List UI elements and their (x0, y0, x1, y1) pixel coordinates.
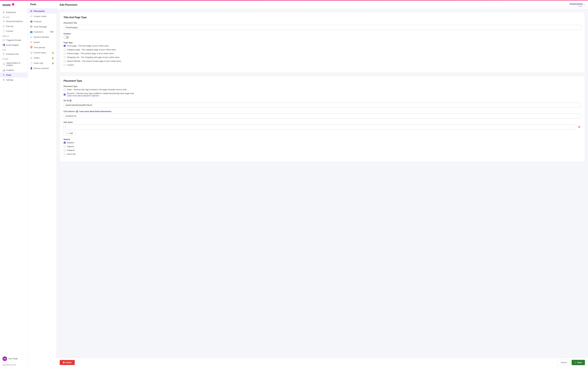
sidebar-item-label: Facebook Ads (6, 53, 19, 55)
sidebar-item-label: Content (6, 30, 13, 32)
tools-item-emails[interactable]: ✉ Emails (27, 40, 57, 45)
sidebar-section-emails: EMAILS (0, 33, 27, 38)
checkmark-icon: ✓ (575, 361, 576, 364)
lock-icon: 🔒 (52, 51, 54, 54)
radio-custom-page[interactable]: Custom (64, 64, 581, 66)
tools-item-label: Orders (34, 57, 40, 59)
delete-button[interactable]: 🗑 Delete (60, 360, 75, 365)
tools-item-review-customer[interactable]: 👤 Review customer (27, 66, 57, 71)
sidebar: nosto ↗ ⊞ Dashboard ON-SITE ★ Recommenda… (0, 1, 27, 367)
main-header: Edit Placement Dropinmarket dropin ▼ (57, 1, 588, 9)
tools-item-label: Current status (34, 51, 46, 54)
tools-item-asset-manager[interactable]: 🖼 Asset Manager (27, 24, 57, 29)
radio-append[interactable]: Append (64, 145, 581, 148)
cancel-button[interactable]: Cancel (557, 360, 570, 365)
url-rules-input[interactable] (64, 124, 576, 129)
radio-static[interactable]: Static - Element (div tag) included in t… (64, 88, 581, 91)
nosto-placements-link[interactable]: Learn more about Nosto Placements › (79, 110, 112, 113)
form-area: Title And Page Type Placement Title Enab… (57, 9, 588, 358)
tools-panel: Tools ⊡ Placements 🏷 Coupon codes 📦 Prod… (27, 1, 57, 367)
sidebar-item-facebook-ads[interactable]: f Facebook Ads (0, 51, 27, 56)
sidebar-item-email-widgets[interactable]: 📬 Email Widgets (0, 42, 27, 47)
layers2-icon: ◫ (30, 36, 33, 38)
radio-circle-front (64, 45, 66, 47)
tools-item-products[interactable]: 📦 Products (27, 19, 57, 24)
radio-circle-insert (64, 153, 66, 155)
radio-cart-page[interactable]: Shopping cart - The shopping cart page o… (64, 56, 581, 58)
mail-open-icon: 📬 (2, 44, 5, 46)
save-button[interactable]: ✓ Save (572, 360, 585, 365)
sidebar-item-label: Triggered Emails (6, 39, 21, 41)
section2-title: Placement Type (64, 80, 581, 82)
radio-label-custom: Custom (67, 64, 74, 66)
sidebar-item-label: Pop-ups (6, 25, 13, 27)
radio-insert-into[interactable]: Insert Into (64, 153, 581, 155)
sidebar-section-on-site: ON-SITE (0, 15, 27, 19)
help-icon-divid[interactable]: ? (69, 100, 71, 102)
tools-item-current-status[interactable]: 📈 Current status 🔒 (27, 50, 57, 55)
tools-item-dynamic-bundles[interactable]: ◫ Dynamic Bundles (27, 34, 57, 40)
radio-replace[interactable]: Replace (64, 142, 581, 144)
layers-icon: ◫ (2, 25, 5, 27)
trash-icon: 🗑 (63, 361, 65, 364)
facebook-icon: f (2, 53, 5, 55)
css-selector-input[interactable] (64, 113, 581, 118)
logo: nosto ↗ (0, 1, 27, 10)
help-icon-css[interactable]: ? (76, 110, 78, 113)
tools-item-audit-logs[interactable]: 📄 Audit Logs 🔒 (27, 60, 57, 66)
sidebar-item-dashboard[interactable]: ⊞ Dashboard (0, 10, 27, 15)
section1-title: Title And Page Type (64, 16, 581, 19)
placement-type-label: Placement Type (64, 85, 581, 87)
sidebar-item-label: Recommendations (6, 20, 23, 23)
radio-label-static: Static - Element (div tag) included in t… (67, 88, 127, 91)
chevron-left-icon: ◀ (2, 364, 4, 366)
chevron-down-icon: ▼ (583, 4, 585, 6)
page-type-label: Page Type (64, 42, 581, 44)
tools-item-orders[interactable]: 🛒 Orders 🔒 (27, 55, 57, 60)
url-rules-group: URL Rules 🗑 + + Add (64, 121, 581, 136)
tools-item-customers[interactable]: 👥 Customers New (27, 29, 57, 34)
avatar: PM (2, 357, 7, 361)
radio-prepend[interactable]: Prepend (64, 149, 581, 151)
account-selector[interactable]: Dropinmarket dropin ▼ (570, 3, 585, 7)
settings-icon: ⚙ (2, 79, 5, 81)
minimize-navi-label: MINIMIZE NAVI (4, 364, 16, 366)
tools-item-label: Coupon codes (34, 15, 47, 17)
sidebar-item-triggered-emails[interactable]: ✉ Triggered Emails (0, 38, 27, 42)
package-icon: 📦 (30, 20, 33, 23)
tag-icon: 🏷 (30, 15, 33, 17)
enabled-toggle[interactable] (64, 36, 69, 39)
minimize-navi-button[interactable]: ◀ MINIMIZE NAVI (0, 363, 27, 367)
radio-search-page[interactable]: Search Results - The search results page… (64, 60, 581, 62)
sidebar-item-settings[interactable]: ⚙ Settings (0, 77, 27, 82)
url-delete-button[interactable]: 🗑 (578, 125, 581, 129)
add-url-rule-button[interactable]: + + Add (64, 131, 75, 136)
tools-item-placements[interactable]: ⊡ Placements (27, 8, 57, 14)
sidebar-item-segmentation[interactable]: ◔ Segmentation & Insights (0, 60, 27, 67)
radio-circle-search (64, 60, 66, 62)
action-right-buttons: Cancel ✓ Save (557, 360, 585, 365)
dynamic-injection-link[interactable]: Learn more about Dynamic Injection › (67, 94, 135, 97)
radio-label-product: Product page - The product page of your … (67, 52, 114, 55)
radio-front-page[interactable]: Front page - The front page of your onli… (64, 45, 581, 47)
radio-dynamic[interactable]: Dynamic - Element (any tag) modified or … (64, 92, 581, 97)
tool-icon: 🔧 (2, 74, 5, 76)
lock-icon-audit: 🔒 (52, 62, 54, 64)
radio-product-page[interactable]: Product page - The product page of your … (64, 52, 581, 55)
sidebar-item-analytics[interactable]: 📊 Analytics (0, 67, 27, 73)
placement-title-label: Placement Title (64, 22, 581, 24)
radio-category-page[interactable]: Category page - The category page of you… (64, 49, 581, 51)
sidebar-item-popups[interactable]: ◫ Pop-ups (0, 24, 27, 29)
url-rules-label: URL Rules (64, 121, 581, 123)
sidebar-item-tools[interactable]: 🔧 Tools (0, 73, 27, 77)
sidebar-item-content[interactable]: 📄 Content (0, 29, 27, 33)
sidebar-item-recommendations[interactable]: ★ Recommendations (0, 19, 27, 24)
image-icon: 🖼 (30, 25, 33, 28)
tools-item-time-periods[interactable]: 📅 Time periods (27, 45, 57, 50)
placement-title-input[interactable] (64, 25, 581, 30)
profile-section[interactable]: PM Your Profile (0, 355, 27, 363)
div-id-input[interactable] (64, 103, 581, 108)
tools-item-coupon-codes[interactable]: 🏷 Coupon codes (27, 14, 57, 19)
radio-circle-category (64, 49, 66, 51)
radio-label-front: Front page - The front page of your onli… (67, 45, 109, 47)
